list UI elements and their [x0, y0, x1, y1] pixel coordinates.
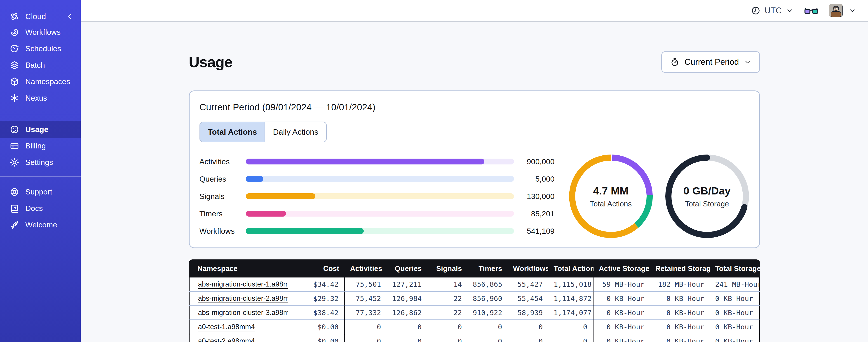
- sidebar-item-settings[interactable]: Settings: [0, 154, 81, 171]
- chevron-down-icon: [848, 7, 856, 14]
- value-cell: 856,865: [467, 277, 508, 292]
- donut-total-storage-value: 0 GB/Day: [683, 184, 731, 197]
- value-cell: 0 KB-Hour: [593, 306, 650, 320]
- sidebar-item-docs[interactable]: Docs: [0, 200, 81, 216]
- workflows-spiral-icon: [9, 27, 20, 37]
- column-header: Activities: [345, 260, 386, 277]
- sidebar-item-label: Support: [25, 187, 52, 196]
- tab-total-actions[interactable]: Total Actions: [200, 122, 266, 142]
- timezone-select[interactable]: UTC: [751, 6, 794, 15]
- table-row: abs-migration-cluster-1.a98mm4$34.4275,5…: [189, 277, 760, 292]
- namespace-link[interactable]: abs-migration-cluster-1.a98mm4: [198, 280, 288, 288]
- table-body: abs-migration-cluster-1.a98mm4$34.4275,5…: [189, 277, 760, 342]
- donut-total-storage-label: Total Storage: [685, 200, 729, 208]
- value-cell: 1,114,872: [548, 292, 593, 306]
- avatar[interactable]: [829, 4, 843, 18]
- support-lifebuoy-icon: [9, 187, 20, 197]
- bar-category-label: Workflows: [199, 227, 246, 236]
- app-root: Cloud Workflows Schedules Batch: [0, 0, 868, 342]
- period-button-label: Current Period: [685, 57, 739, 67]
- bar-track: [246, 193, 514, 199]
- sidebar-item-label: Docs: [25, 204, 43, 213]
- page-head: Usage Current Period: [189, 51, 760, 73]
- glasses-icon: [804, 6, 818, 15]
- period-dropdown-button[interactable]: Current Period: [661, 51, 760, 73]
- namespace-link[interactable]: abs-migration-cluster-3.a98mm4: [198, 309, 288, 316]
- sidebar-item-support[interactable]: Support: [0, 184, 81, 200]
- sidebar-item-batch[interactable]: Batch: [0, 57, 81, 73]
- sidebar-item-nexus[interactable]: Nexus: [0, 90, 81, 106]
- namespace-cell: abs-migration-cluster-1.a98mm4: [189, 277, 288, 292]
- namespace-link[interactable]: abs-migration-cluster-2.a98mm4: [198, 295, 288, 302]
- column-header: Queries: [386, 260, 427, 277]
- sidebar-item-label: Batch: [25, 61, 45, 69]
- sidebar-item-schedules[interactable]: Schedules: [0, 40, 81, 57]
- donut-total-actions-label: Total Actions: [590, 200, 632, 208]
- bar-category-label: Signals: [199, 192, 246, 201]
- namespace-link[interactable]: a0-test-1.a98mm4: [198, 323, 255, 331]
- sidebar-item-billing[interactable]: Billing: [0, 138, 81, 154]
- usage-bar-row: Signals130,000: [199, 192, 555, 201]
- value-cell: 127,211: [386, 277, 427, 292]
- glasses-button[interactable]: [804, 6, 818, 15]
- value-cell: 856,960: [467, 292, 508, 306]
- sidebar-item-usage[interactable]: Usage: [0, 121, 81, 138]
- value-cell: 241 MB-Hour: [710, 277, 760, 292]
- value-cell: 0: [427, 320, 467, 334]
- sidebar-item-label: Billing: [25, 141, 46, 150]
- value-cell: 0 KB-Hour: [710, 306, 760, 320]
- value-cell: 126,984: [386, 292, 427, 306]
- sidebar-item-label: Welcome: [25, 220, 57, 229]
- value-cell: 910,922: [467, 306, 508, 320]
- bar-category-label: Timers: [199, 209, 246, 218]
- value-cell: 0 KB-Hour: [710, 292, 760, 306]
- value-cell: 0 KB-Hour: [593, 320, 650, 334]
- value-cell: 75,501: [345, 277, 386, 292]
- user-menu[interactable]: [829, 4, 856, 18]
- bar-category-label: Queries: [199, 175, 246, 183]
- temporal-logo-icon: [9, 11, 20, 22]
- value-cell: 0: [467, 320, 508, 334]
- value-cell: 0: [508, 320, 548, 334]
- sidebar-divider: [0, 114, 81, 114]
- value-cell: 0: [345, 320, 386, 334]
- value-cell: $0.00: [288, 320, 345, 334]
- tab-daily-actions[interactable]: Daily Actions: [265, 122, 326, 142]
- column-header: Cost: [288, 260, 345, 277]
- column-header: Active Storage: [593, 260, 650, 277]
- current-period-card: Current Period (09/01/2024 — 10/01/2024)…: [189, 91, 760, 248]
- sidebar-item-namespaces[interactable]: Namespaces: [0, 73, 81, 90]
- bar-track: [246, 176, 514, 182]
- value-cell: 0 KB-Hour: [650, 306, 710, 320]
- value-cell: 0: [386, 320, 427, 334]
- sidebar-item-label: Usage: [25, 125, 48, 134]
- usage-bar-row: Timers85,201: [199, 209, 555, 218]
- value-cell: 22: [427, 292, 467, 306]
- namespace-cell: a0-test-1.a98mm4: [189, 320, 288, 334]
- schedules-clock-icon: [9, 44, 20, 54]
- column-header: Signals: [427, 260, 467, 277]
- chevron-left-icon[interactable]: [66, 12, 74, 21]
- clock-icon: [751, 6, 761, 15]
- sidebar-divider: [0, 176, 81, 177]
- sidebar-item-label: Settings: [25, 158, 53, 167]
- namespaces-cube-icon: [9, 77, 20, 87]
- nexus-asterisk-icon: [9, 93, 20, 103]
- sidebar-item-label: Schedules: [25, 44, 61, 53]
- value-cell: 59 MB-Hour: [593, 277, 650, 292]
- namespace-link[interactable]: a0-test-2.a98mm4: [198, 337, 255, 342]
- total-storage-donut: 0 GB/Day Total Storage: [665, 155, 749, 238]
- sidebar-item-welcome[interactable]: Welcome: [0, 216, 81, 233]
- sidebar-item-label: Nexus: [25, 94, 47, 102]
- table-header-row: NamespaceCostActivitiesQueriesSignalsTim…: [189, 260, 760, 277]
- table-row: abs-migration-cluster-3.a98mm4$38.4277,3…: [189, 306, 760, 320]
- namespace-cell: abs-migration-cluster-3.a98mm4: [189, 306, 288, 320]
- donut-total-actions-value: 4.7 MM: [593, 184, 628, 197]
- namespace-usage-table: NamespaceCostActivitiesQueriesSignalsTim…: [189, 260, 760, 342]
- usage-bar-row: Queries5,000: [199, 175, 555, 183]
- donut-charts: 4.7 MM Total Actions 0 GB/Day Total Stor…: [569, 155, 749, 238]
- actions-tabs: Total Actions Daily Actions: [199, 122, 327, 142]
- sidebar-item-workflows[interactable]: Workflows: [0, 24, 81, 40]
- usage-bar-row: Workflows541,109: [199, 227, 555, 236]
- value-cell: 58,939: [508, 306, 548, 320]
